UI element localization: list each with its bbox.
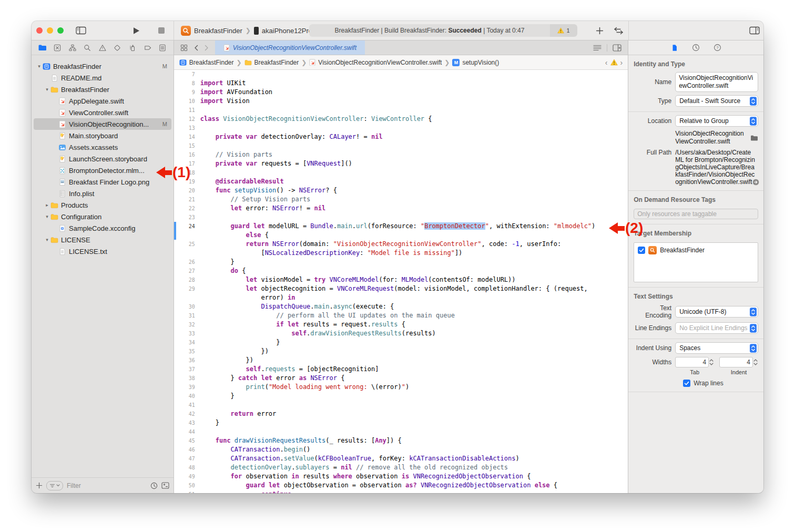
checkbox-checked-icon[interactable] (638, 247, 645, 254)
file-row[interactable]: ▾BreakfastFinder (34, 84, 171, 95)
code-row-49[interactable]: 49 for observation in results where obse… (174, 472, 628, 481)
code-row-wrap[interactable]: [NSLocalizedDescriptionKey: "Model file … (174, 249, 628, 258)
file-row[interactable]: ▾LICENSE (34, 234, 171, 245)
code-row-12[interactable]: 12class VisionObjectRecognitionViewContr… (174, 115, 628, 124)
code-row-21[interactable]: 21 // Setup Vision parts (174, 195, 628, 204)
target-row[interactable]: BreakfastFinder (638, 246, 754, 254)
file-row[interactable]: LICENSE.txt (34, 245, 171, 257)
code-row-33[interactable]: 33 self.drawVisionRequestResults(results… (174, 329, 628, 338)
file-inspector-tab-icon[interactable] (671, 44, 678, 52)
code-row-32[interactable]: 32 if let results = request.results { (174, 320, 628, 329)
stepper-icon[interactable] (753, 357, 758, 367)
filter-input[interactable]: Filter (67, 482, 147, 489)
code-row-39[interactable]: 39 print("Model loading went wrong: \(er… (174, 383, 628, 392)
name-field[interactable]: VisionObjectRecognitionViewController.sw… (675, 72, 758, 92)
code-row-38[interactable]: 38 } catch let error as NSError { (174, 374, 628, 383)
breadcrumb-file[interactable]: VisionObjectRecognitionViewController.sw… (318, 59, 442, 66)
scheme-device-name[interactable]: akaiPhone12Pro (262, 27, 312, 35)
breakpoint-navigator-icon[interactable] (143, 43, 152, 52)
debug-navigator-icon[interactable] (128, 43, 137, 52)
code-row-36[interactable]: 36 }) (174, 356, 628, 365)
code-row-14[interactable]: 14 private var detectionOverlay: CALayer… (174, 132, 628, 141)
disclosure-triangle-icon[interactable]: ▸ (44, 202, 50, 208)
file-row[interactable]: AppDelegate.swift (34, 95, 171, 107)
scheme-project-name[interactable]: BreakfastFinder (194, 27, 242, 35)
minimize-window-button[interactable] (47, 27, 53, 34)
line-endings-dropdown[interactable]: No Explicit Line Endings (675, 322, 758, 334)
code-row-26[interactable]: 26 } (174, 258, 628, 267)
code-row-44[interactable]: 44 (174, 427, 628, 436)
file-row[interactable]: BromptonDetector.mlm... (34, 165, 171, 176)
code-review-button[interactable] (611, 21, 626, 40)
code-row-17[interactable]: 17 private var requests = [VNRequest]() (174, 159, 628, 168)
file-row[interactable]: ViewController.swift (34, 107, 171, 118)
find-navigator-icon[interactable] (83, 43, 92, 52)
code-row-wrap[interactable]: error) in (174, 293, 628, 302)
file-row[interactable]: SampleCode.xcconfig (34, 222, 171, 234)
test-navigator-icon[interactable] (113, 43, 122, 52)
indent-width-field[interactable]: 4 (719, 357, 753, 367)
code-row-31[interactable]: 31 // perform all the UI updates on the … (174, 311, 628, 320)
adjust-editor-icon[interactable] (593, 45, 602, 51)
code-row-16[interactable]: 16 // Vision parts (174, 150, 628, 159)
code-row-24[interactable]: 24 guard let modelURL = Bundle.main.url(… (174, 222, 628, 231)
code-row-wrap[interactable]: else { (174, 231, 628, 240)
project-navigator-icon[interactable] (38, 43, 47, 52)
disclosure-triangle-icon[interactable]: ▾ (36, 64, 43, 69)
code-row-22[interactable]: 22 let error: NSError! = nil (174, 204, 628, 213)
tab-overview-icon[interactable] (180, 44, 188, 52)
file-row[interactable]: LaunchScreen.storyboard (34, 153, 171, 165)
code-row-20[interactable]: 20 func setupVision() -> NSError? { (174, 186, 628, 195)
code-row-45[interactable]: 45 func drawVisionRequestResults(_ resul… (174, 436, 628, 445)
indent-using-dropdown[interactable]: Spaces (675, 342, 758, 354)
activity-view[interactable]: BreakfastFinder | Build BreakfastFinder:… (309, 24, 577, 37)
previous-issue-button[interactable]: ‹ (605, 58, 608, 67)
add-file-icon[interactable] (36, 482, 43, 489)
breadcrumb-group[interactable]: BreakfastFinder (254, 59, 299, 66)
code-row-42[interactable]: 42 return error (174, 410, 628, 418)
back-icon[interactable] (194, 45, 198, 51)
file-row[interactable]: ▾Configuration (34, 211, 171, 222)
code-row-51[interactable]: 51 continue (174, 490, 628, 493)
add-editor-icon[interactable] (613, 44, 621, 52)
source-control-filter-icon[interactable] (161, 482, 169, 489)
warning-icon[interactable] (610, 59, 618, 66)
code-row-48[interactable]: 48 detectionOverlay.sublayers = nil // r… (174, 463, 628, 472)
file-row[interactable]: ▸Products (34, 199, 171, 211)
open-path-arrow-icon[interactable] (752, 179, 759, 186)
file-row[interactable]: ▾BreakfastFinderM (34, 60, 171, 72)
toggle-inspector-button[interactable] (748, 21, 761, 40)
encoding-dropdown[interactable]: Unicode (UTF-8) (675, 306, 758, 318)
odr-tags-field[interactable]: Only resources are taggable (634, 209, 758, 219)
symbol-navigator-icon[interactable] (68, 43, 77, 52)
wrap-lines-checkbox[interactable] (683, 380, 690, 387)
source-code[interactable]: 78import UIKit9import AVFoundation10impo… (174, 70, 628, 493)
file-row[interactable]: Assets.xcassets (34, 141, 171, 153)
report-navigator-icon[interactable] (158, 43, 167, 52)
history-inspector-tab-icon[interactable] (692, 44, 700, 52)
code-row-10[interactable]: 10import Vision (174, 97, 628, 106)
file-row[interactable]: VisionObjectRecognition...M (34, 118, 171, 130)
warning-count-badge[interactable]: 1 (550, 24, 577, 37)
breadcrumb-symbol[interactable]: setupVision() (462, 59, 499, 66)
code-row-8[interactable]: 8import UIKit (174, 79, 628, 88)
code-row-37[interactable]: 37 self.requests = [objectRecognition] (174, 365, 628, 374)
breadcrumb-project[interactable]: BreakfastFinder (189, 59, 234, 66)
code-row-23[interactable]: 23 (174, 213, 628, 222)
code-row-25[interactable]: 25 return NSError(domain: "VisionObjectR… (174, 240, 628, 249)
library-add-button[interactable] (593, 21, 606, 40)
recent-files-filter-icon[interactable] (150, 482, 158, 489)
file-row[interactable]: Main.storyboard (34, 130, 171, 141)
help-inspector-tab-icon[interactable]: ? (714, 44, 721, 52)
code-row-7[interactable]: 7 (174, 70, 628, 79)
tab-width-field[interactable]: 4 (675, 357, 709, 367)
run-button[interactable] (130, 21, 142, 40)
code-row-27[interactable]: 27 do { (174, 267, 628, 275)
code-row-30[interactable]: 30 DispatchQueue.main.async(execute: { (174, 302, 628, 311)
code-row-13[interactable]: 13 (174, 124, 628, 132)
next-issue-button[interactable]: › (620, 58, 623, 67)
source-control-navigator-icon[interactable] (53, 43, 62, 52)
code-row-46[interactable]: 46 CATransaction.begin() (174, 445, 628, 454)
close-window-button[interactable] (36, 27, 43, 34)
scheme-selector[interactable]: BreakfastFinder ❯ akaiPhone12Pro (181, 21, 312, 40)
